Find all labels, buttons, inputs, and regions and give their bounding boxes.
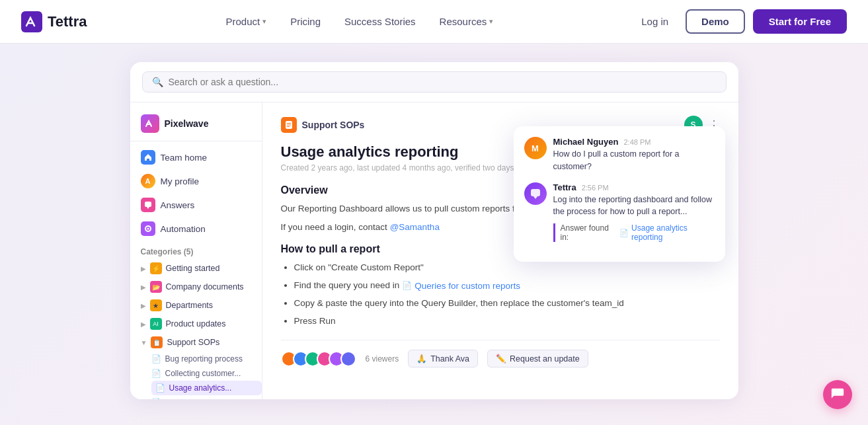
doc-ref-icon: 📄 — [402, 280, 412, 292]
chevron-down-icon: ▾ — [262, 17, 266, 26]
doc-icon: 📄 — [151, 369, 161, 378]
chevron-down-icon: ▼ — [141, 339, 147, 346]
main-content: 🔍 Pixelwave Team home — [0, 44, 868, 425]
pencil-icon: ✏️ — [496, 354, 506, 364]
chat-content-1: Michael Nguyen 2:48 PM How do I pull a c… — [553, 137, 715, 173]
home-icon — [141, 150, 155, 165]
svg-rect-7 — [287, 126, 290, 127]
steps-list: Click on "Create Custom Report" Find the… — [281, 260, 720, 328]
svg-point-3 — [147, 228, 149, 230]
sidebar-item-team-home[interactable]: Team home — [130, 145, 262, 169]
chat-message-2: Tettra 2:56 PM Log into the reporting da… — [524, 182, 715, 243]
sidebar-category-support-sops[interactable]: ▼ 📋 Support SOPs — [130, 333, 262, 352]
request-update-button[interactable]: ✏️ Request an update — [487, 350, 588, 367]
search-wrapper: 🔍 — [142, 71, 727, 93]
viewers-count: 6 viewers — [366, 354, 399, 364]
departments-icon: ★ — [150, 299, 162, 311]
chat-popup: M Michael Nguyen 2:48 PM How do I pull a… — [514, 126, 725, 262]
chat-answer-link[interactable]: Usage analytics reporting — [631, 223, 714, 242]
logo-icon — [21, 11, 42, 32]
sidebar-item-automation[interactable]: Automation — [130, 217, 262, 241]
nav-product[interactable]: Product ▾ — [216, 11, 276, 32]
sidebar-item-answers[interactable]: Answers — [130, 193, 262, 217]
list-item: Press Run — [294, 314, 720, 328]
svg-rect-5 — [287, 123, 291, 124]
sidebar-sub-bug-reporting[interactable]: 📄 Bug reporting process — [151, 352, 262, 366]
demo-button[interactable]: Demo — [686, 9, 745, 34]
doc-icon: 📄 — [155, 383, 165, 393]
chat-content-2: Tettra 2:56 PM Log into the reporting da… — [553, 182, 715, 243]
doc-ref-icon: 📄 — [619, 229, 629, 237]
sidebar-category-departments[interactable]: ▶ ★ Departments — [130, 296, 262, 315]
chevron-right-icon: ▶ — [141, 284, 146, 291]
kb-title-row: Support SOPs — [281, 117, 365, 133]
company-docs-icon: 📂 — [150, 281, 162, 293]
brand-icon — [141, 114, 159, 133]
sidebar-item-my-profile[interactable]: A My profile — [130, 169, 262, 193]
logo-text: Tettra — [48, 13, 87, 30]
chevron-down-icon: ▾ — [489, 17, 493, 26]
queries-link[interactable]: Queries for custom reports — [414, 279, 520, 293]
sidebar-sub-items: 📄 Bug reporting process 📄 Collecting cus… — [130, 352, 262, 399]
answers-icon — [141, 198, 155, 212]
support-sops-icon: 📋 — [151, 336, 163, 348]
getting-started-icon: ⚡ — [150, 262, 162, 274]
contact-link[interactable]: @Samantha — [390, 222, 440, 232]
search-input[interactable] — [169, 77, 717, 87]
kb-container: 🔍 Pixelwave Team home — [130, 62, 738, 399]
profile-icon: A — [141, 174, 155, 188]
chat-time-2: 2:56 PM — [582, 184, 609, 192]
navbar: Tettra Product ▾ Pricing Success Stories… — [0, 0, 868, 44]
svg-rect-1 — [145, 202, 151, 207]
brand-name: Pixelwave — [165, 118, 209, 129]
nav-success-stories[interactable]: Success Stories — [335, 11, 425, 32]
categories-label: Categories (5) — [130, 241, 262, 259]
chevron-right-icon: ▶ — [141, 321, 146, 328]
chat-time-1: 2:48 PM — [623, 138, 651, 146]
viewer-avatar — [340, 351, 356, 367]
kb-content: Support SOPs S ⋮ Usage analytics reporti… — [262, 102, 738, 399]
viewer-avatars — [281, 351, 356, 367]
doc-icon: 📄 — [151, 398, 161, 399]
thank-icon: 🙏 — [416, 354, 427, 364]
kb-sidebar: Pixelwave Team home A My profile An — [130, 102, 262, 399]
chat-header-1: Michael Nguyen 2:48 PM — [553, 137, 715, 147]
chevron-right-icon: ▶ — [141, 265, 146, 272]
sidebar-sub-usage-analytics[interactable]: 📄 Usage analytics... — [151, 381, 262, 395]
search-bar: 🔍 — [130, 62, 738, 102]
nav-pricing[interactable]: Pricing — [281, 11, 330, 32]
list-item: Copy & paste the query into the Query Bu… — [294, 296, 720, 311]
login-button[interactable]: Log in — [632, 11, 678, 32]
sidebar-sub-issue-escalation[interactable]: 📄 Issue escalation... — [151, 395, 262, 399]
chat-text-2: Log into the reporting dashboard and fol… — [553, 194, 715, 219]
kb-body: Pixelwave Team home A My profile An — [130, 102, 738, 399]
chat-answer-ref: Answer found in: 📄 Usage analytics repor… — [553, 223, 715, 242]
nav-actions: Log in Demo Start for Free — [632, 9, 847, 34]
automation-icon — [141, 221, 155, 236]
thank-ava-button[interactable]: 🙏 Thank Ava — [408, 350, 478, 367]
logo: Tettra — [21, 11, 87, 32]
sidebar-category-company-docs[interactable]: ▶ 📂 Company documents — [130, 278, 262, 296]
doc-icon: 📄 — [151, 354, 161, 364]
chat-fab-button[interactable] — [823, 380, 852, 409]
page-icon — [281, 117, 297, 133]
sidebar-brand: Pixelwave — [130, 110, 262, 141]
michael-avatar: M — [524, 137, 547, 159]
chat-message-1: M Michael Nguyen 2:48 PM How do I pull a… — [524, 137, 715, 173]
chat-header-2: Tettra 2:56 PM — [553, 182, 715, 192]
search-icon: 🔍 — [152, 77, 163, 87]
svg-rect-6 — [287, 125, 291, 126]
kb-page-title: Support SOPs — [302, 120, 365, 130]
sidebar-category-getting-started[interactable]: ▶ ⚡ Getting started — [130, 259, 262, 278]
chat-name-michael: Michael Nguyen — [553, 137, 619, 147]
chevron-right-icon: ▶ — [141, 302, 146, 309]
nav-links: Product ▾ Pricing Success Stories Resour… — [216, 11, 502, 32]
sidebar-sub-collecting[interactable]: 📄 Collecting customer... — [151, 366, 262, 381]
list-item: Find the query you need in 📄 Queries for… — [294, 278, 720, 293]
list-item: Click on "Create Custom Report" — [294, 260, 720, 275]
sidebar-category-product-updates[interactable]: ▶ AI Product updates — [130, 315, 262, 333]
start-free-button[interactable]: Start for Free — [753, 9, 847, 34]
nav-resources[interactable]: Resources ▾ — [430, 11, 503, 32]
tettra-avatar — [524, 182, 547, 205]
svg-rect-8 — [531, 189, 540, 196]
